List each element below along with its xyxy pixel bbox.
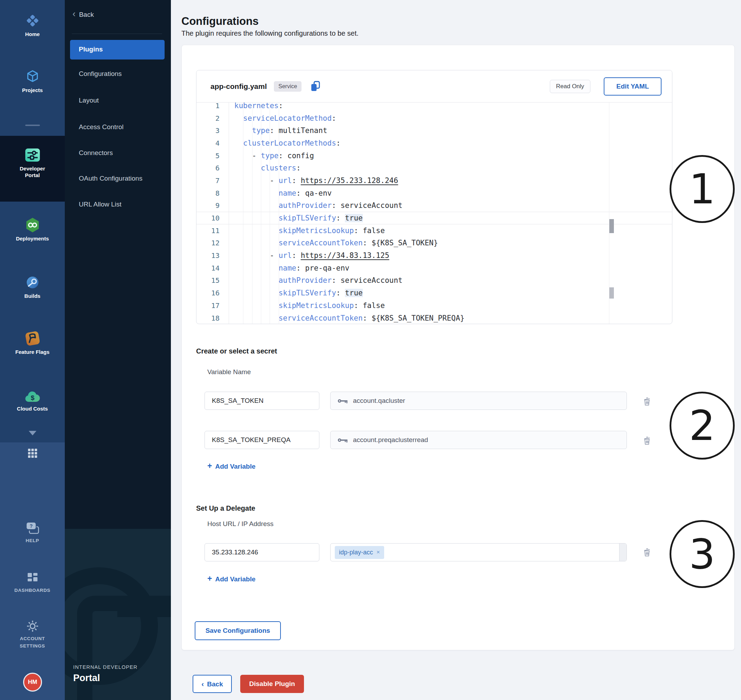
code-line: 16 skipTLSVerify: true <box>196 287 672 299</box>
variable-name-input[interactable] <box>205 392 320 410</box>
line-number: 12 <box>196 239 229 247</box>
line-number: 8 <box>196 189 229 197</box>
delegate-tag-label: idp-play-acc <box>339 549 373 556</box>
gear-icon <box>25 619 40 634</box>
sidebar-item-home[interactable]: Home <box>0 12 65 37</box>
sidebar-item-label: Feature Flags <box>0 349 65 355</box>
code-line: 1kubernetes: <box>196 103 672 112</box>
code-line: 14 name: pre-qa-env <box>196 262 672 274</box>
sidebar-collapse-control[interactable] <box>0 431 65 437</box>
back-nav-link[interactable]: Back <box>72 10 94 19</box>
code-line: 7 - url: https://35.233.128.246 <box>196 174 672 187</box>
edit-yaml-button[interactable]: Edit YAML <box>604 77 661 96</box>
secret-section-heading: Create or select a secret <box>196 347 277 355</box>
user-avatar[interactable]: HM <box>23 673 42 691</box>
add-variable-button[interactable]: Add Variable <box>207 463 256 471</box>
back-button[interactable]: Back <box>193 675 232 693</box>
feature-flags-icon <box>24 330 41 347</box>
disable-plugin-button[interactable]: Disable Plugin <box>240 675 304 693</box>
nav-item-label: Layout <box>79 97 99 104</box>
chevron-left-icon <box>201 680 207 688</box>
secret-selector[interactable]: account.qacluster <box>330 392 627 410</box>
plus-icon <box>207 575 212 583</box>
sidebar-apps-grid[interactable] <box>0 447 65 460</box>
copy-button[interactable] <box>310 81 321 92</box>
annotation-circle-2: 2 <box>670 392 735 460</box>
code-line: 15 authProvider: serviceAccount <box>196 274 672 287</box>
sidebar-item-label: Builds <box>0 293 65 299</box>
plus-icon <box>207 463 212 471</box>
nav-item-configurations[interactable]: Configurations <box>79 70 122 78</box>
sidebar-item-label: Developer Portal <box>9 165 57 178</box>
annotation-number: 1 <box>689 165 715 213</box>
nav-item-url-allow-list[interactable]: URL Allow List <box>79 200 122 208</box>
scrollbar-thumb[interactable] <box>609 287 614 299</box>
add-delegate-variable-button[interactable]: Add Variable <box>207 575 256 583</box>
sidebar-item-label: Projects <box>0 87 65 93</box>
save-configurations-button[interactable]: Save Configurations <box>195 621 281 640</box>
nav-item-plugins[interactable]: Plugins <box>70 40 165 59</box>
scrollbar-thumb[interactable] <box>609 219 614 233</box>
line-number: 17 <box>196 301 229 310</box>
line-number: 11 <box>196 226 229 235</box>
back-button-label: Back <box>207 680 223 688</box>
sidebar-item-developer-portal[interactable]: Developer Portal <box>0 146 65 178</box>
tag-field-endcap <box>619 544 626 561</box>
sidebar-item-cloud-costs[interactable]: $ Cloud Costs <box>0 388 65 412</box>
cloud-costs-icon: $ <box>24 388 42 404</box>
trash-icon <box>642 547 652 557</box>
delete-variable-button[interactable] <box>642 436 652 447</box>
yaml-editor-header: app-config.yaml Service Read Only Edit Y… <box>196 71 672 103</box>
delegate-tags-input[interactable]: idp-play-acc <box>330 543 627 562</box>
nav-item-label: Access Control <box>79 123 124 131</box>
trash-icon <box>642 436 652 446</box>
builds-icon <box>24 274 41 291</box>
code-text: serviceAccountToken: ${K8S_SA_TOKEN} <box>229 239 438 247</box>
nav-item-access-control[interactable]: Access Control <box>79 123 124 131</box>
yaml-filename: app-config.yaml <box>211 82 267 91</box>
sidebar-item-help[interactable]: ? HELP <box>0 521 65 544</box>
sidebar-item-account-settings[interactable]: ACCOUNT SETTINGS <box>0 619 65 650</box>
svg-text:$: $ <box>31 394 34 401</box>
nav-item-layout[interactable]: Layout <box>79 97 99 104</box>
delete-delegate-row-button[interactable] <box>642 547 652 559</box>
variable-name-input[interactable] <box>205 431 320 449</box>
code-text: kubernetes: <box>229 103 283 110</box>
line-number: 4 <box>196 139 229 147</box>
sidebar-item-projects[interactable]: Projects <box>0 68 65 93</box>
sidebar-item-dashboards[interactable]: DASHBOARDS <box>0 571 65 594</box>
code-line: 4 clusterLocatorMethods: <box>196 137 672 150</box>
line-number: 15 <box>196 276 229 285</box>
code-text: - type: config <box>229 151 314 160</box>
copy-icon <box>310 81 321 92</box>
delete-variable-button[interactable] <box>642 397 652 408</box>
code-line: 3 type: multiTenant <box>196 124 672 137</box>
code-line: 17 skipMetricsLookup: false <box>196 299 672 312</box>
chevron-left-icon <box>72 10 76 19</box>
app-window: Home Projects Developer Portal <box>0 0 741 700</box>
sidebar-item-builds[interactable]: Builds <box>0 274 65 299</box>
nav-item-oauth-configurations[interactable]: OAuth Configurations <box>79 175 143 182</box>
sidebar-item-label: Home <box>0 31 65 37</box>
secret-selector[interactable]: account.preqaclusterread <box>330 431 627 449</box>
yaml-code-area[interactable]: 1kubernetes:2 serviceLocatorMethod:3 typ… <box>196 103 672 324</box>
sidebar-item-feature-flags[interactable]: Feature Flags <box>0 330 65 355</box>
nav-item-connectors[interactable]: Connectors <box>79 149 113 157</box>
code-line: 2 serviceLocatorMethod: <box>196 112 672 125</box>
line-number: 3 <box>196 126 229 135</box>
sidebar-item-deployments[interactable]: Deployments <box>0 216 65 242</box>
code-line: 18 serviceAccountToken: ${K8S_SA_TOKEN_P… <box>196 312 672 324</box>
nav-item-label: OAuth Configurations <box>79 175 143 182</box>
dashboards-icon <box>25 571 40 585</box>
deployments-icon <box>24 216 41 234</box>
line-number: 2 <box>196 114 229 122</box>
service-badge: Service <box>274 81 302 92</box>
host-url-input[interactable] <box>205 543 320 562</box>
projects-icon <box>24 68 41 85</box>
module-sidebar: Home Projects Developer Portal <box>0 0 65 700</box>
nav-divider <box>72 34 162 34</box>
code-text: serviceLocatorMethod: <box>229 114 336 122</box>
delegate-tag-chip[interactable]: idp-play-acc <box>335 546 384 559</box>
secret-value: account.preqaclusterread <box>353 436 428 444</box>
remove-tag-icon[interactable] <box>376 549 380 556</box>
